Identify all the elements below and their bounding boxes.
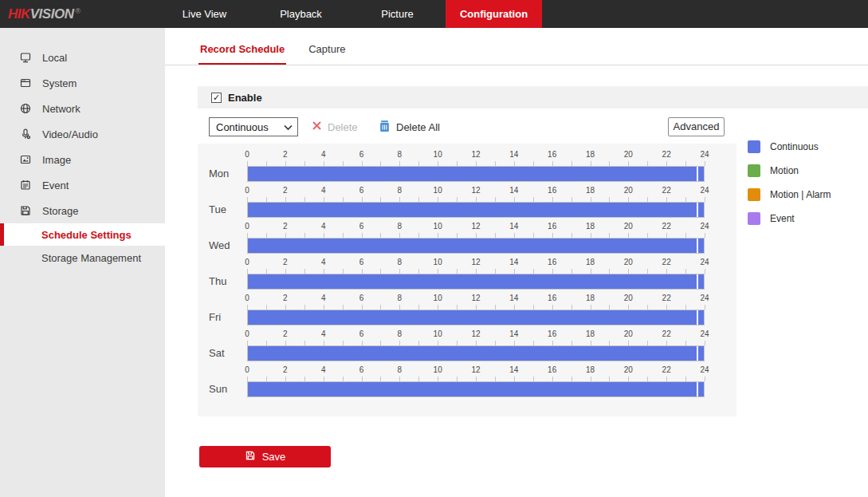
delete-all-button[interactable]: Delete All: [379, 117, 440, 136]
hour-tick-label: 14: [509, 150, 518, 159]
schedule-row-mon: Mon024681012141618202224: [198, 150, 736, 186]
segment-end-handle[interactable]: [697, 167, 698, 181]
schedule-row-tue: Tue024681012141618202224: [198, 186, 736, 222]
schedule-segment-continuous[interactable]: [248, 203, 704, 217]
nav-item-picture[interactable]: Picture: [349, 0, 446, 28]
hour-tick-label: 20: [624, 294, 633, 302]
hour-tick-label: 8: [398, 365, 403, 374]
save-label: Save: [262, 451, 286, 463]
hour-tick-label: 16: [548, 258, 556, 266]
sidebar-item-network[interactable]: Network: [0, 96, 165, 121]
hour-tick-label: 0: [245, 222, 249, 231]
hour-tick-label: 6: [359, 258, 364, 266]
schedule-segment-continuous[interactable]: [248, 310, 704, 325]
schedule-track[interactable]: [247, 345, 705, 361]
segment-end-handle[interactable]: [697, 239, 698, 253]
tab-capture[interactable]: Capture: [307, 43, 347, 65]
delete-all-label: Delete All: [396, 121, 440, 133]
schedule-track[interactable]: [247, 381, 705, 397]
schedule-track[interactable]: [247, 238, 705, 254]
hour-tick-label: 24: [700, 294, 709, 302]
sidebar-item-video-audio[interactable]: Video/Audio: [0, 121, 165, 147]
sidebar-item-storage-management[interactable]: Storage Management: [0, 247, 165, 269]
hour-tick-label: 14: [509, 186, 518, 195]
hour-tick-label: 4: [321, 222, 326, 231]
delete-x-icon: [312, 120, 322, 133]
schedule-track[interactable]: [247, 310, 705, 325]
schedule-track[interactable]: [247, 202, 705, 218]
day-label: Mon: [209, 168, 229, 179]
sidebar-item-label: Event: [42, 179, 69, 191]
hour-tick-label: 22: [662, 258, 671, 266]
sidebar-item-storage[interactable]: Storage: [0, 198, 165, 223]
nav-item-live-view[interactable]: Live View: [156, 0, 253, 28]
save-button[interactable]: Save: [199, 446, 331, 467]
sidebar-item-event[interactable]: Event: [0, 172, 165, 198]
schedule-segment-continuous[interactable]: [248, 382, 704, 396]
nav-menu: Live ViewPlaybackPictureConfiguration: [156, 0, 542, 28]
hour-tick-label: 24: [700, 329, 709, 338]
schedule-track[interactable]: [247, 274, 705, 290]
hour-tick-label: 6: [359, 186, 364, 195]
sidebar-item-schedule-settings[interactable]: Schedule Settings: [0, 223, 165, 246]
hour-tick-label: 14: [509, 294, 518, 302]
enable-label: Enable: [228, 92, 262, 104]
hour-tick-label: 8: [398, 186, 403, 195]
advanced-button[interactable]: Advanced: [668, 117, 725, 136]
delete-button[interactable]: Delete: [312, 117, 358, 136]
schedule-toolbar: Continuous Delete Delete All Advanced: [165, 117, 868, 136]
hour-tick-label: 24: [700, 222, 709, 231]
schedule-segment-continuous[interactable]: [248, 346, 704, 361]
sidebar-item-label: Local: [42, 52, 67, 64]
timeline-ruler: 024681012141618202224: [247, 222, 705, 258]
hour-tick-label: 20: [624, 365, 633, 374]
hour-tick-label: 12: [471, 222, 480, 231]
day-label: Wed: [209, 239, 230, 251]
monitor-icon: [19, 51, 32, 64]
segment-end-handle[interactable]: [697, 310, 698, 325]
tab-record-schedule[interactable]: Record Schedule: [198, 43, 286, 65]
schedule-segment-continuous[interactable]: [248, 167, 704, 181]
trash-icon: [379, 120, 391, 135]
segment-end-handle[interactable]: [697, 274, 698, 289]
legend-swatch: [748, 212, 760, 225]
hour-tick-label: 24: [700, 258, 709, 266]
nav-item-configuration[interactable]: Configuration: [446, 0, 542, 28]
sidebar-item-image[interactable]: Image: [0, 147, 165, 172]
sidebar-item-label: Video/Audio: [42, 128, 98, 140]
hour-tick-label: 18: [586, 329, 595, 338]
tab-bar: Record ScheduleCapture: [165, 28, 868, 65]
hour-tick-label: 22: [662, 294, 671, 302]
hour-tick: [705, 161, 705, 166]
main-content: Record ScheduleCapture ✓ Enable Continuo…: [165, 28, 868, 497]
delete-label: Delete: [328, 121, 358, 133]
schedule-track[interactable]: [247, 166, 705, 182]
record-type-select[interactable]: Continuous: [209, 117, 298, 136]
hour-tick-label: 10: [434, 329, 442, 338]
hour-ticks: 024681012141618202224: [247, 329, 705, 345]
nav-item-playback[interactable]: Playback: [253, 0, 349, 28]
hour-tick-label: 14: [509, 329, 518, 338]
legend-item-continuous: Continuous: [748, 140, 831, 153]
legend-label: Motion: [770, 165, 799, 176]
sidebar-item-local[interactable]: Local: [0, 45, 165, 70]
schedule-row-fri: Fri024681012141618202224: [198, 294, 736, 329]
segment-end-handle[interactable]: [697, 382, 698, 396]
schedule-row-thu: Thu024681012141618202224: [198, 258, 736, 294]
sidebar-item-system[interactable]: System: [0, 70, 165, 96]
schedule-segment-continuous[interactable]: [248, 274, 704, 289]
hour-tick-label: 4: [321, 294, 326, 302]
timeline-ruler: 024681012141618202224: [247, 365, 705, 401]
segment-end-handle[interactable]: [697, 346, 698, 361]
hour-tick: [705, 197, 705, 202]
schedule-segment-continuous[interactable]: [248, 239, 704, 253]
legend-swatch: [748, 164, 760, 177]
hour-tick-label: 4: [321, 150, 326, 159]
enable-checkbox[interactable]: ✓: [211, 93, 222, 103]
hour-tick-label: 12: [471, 329, 480, 338]
record-type-legend: ContinuousMotionMotion | AlarmEvent: [748, 140, 831, 236]
segment-end-handle[interactable]: [697, 203, 698, 217]
legend-swatch: [748, 140, 760, 153]
hour-tick-label: 18: [586, 258, 595, 266]
sidebar-list: LocalSystemNetworkVideo/AudioImageEventS…: [0, 28, 165, 269]
